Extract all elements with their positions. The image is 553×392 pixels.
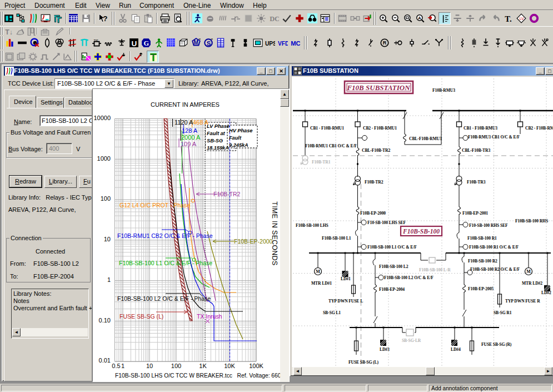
svg-text:128 A: 128 A bbox=[182, 127, 198, 134]
svg-text:CB1 - F10B-RMU1: CB1 - F10B-RMU1 bbox=[310, 126, 344, 131]
svg-text:DC: DC bbox=[270, 15, 279, 23]
svg-text:LD#4: LD#4 bbox=[451, 347, 461, 352]
svg-text:T↓: T↓ bbox=[5, 28, 13, 36]
svg-text:F10B-EP-2004: F10B-EP-2004 bbox=[379, 287, 405, 292]
svg-text:LV Phase: LV Phase bbox=[207, 123, 230, 129]
svg-text:F10B-SB-100 L2 O/C & E/F - Pha: F10B-SB-100 L2 O/C & E/F - Phase bbox=[117, 295, 211, 302]
svg-text:FUSE SB-SG (R): FUSE SB-SG (R) bbox=[481, 342, 512, 347]
svg-text:0.5: 0.5 bbox=[112, 363, 120, 369]
svg-text:F10-SB-100 LHS SEF: F10-SB-100 LHS SEF bbox=[367, 220, 406, 225]
svg-text:2000 A: 2000 A bbox=[181, 134, 201, 141]
svg-text:F10B-SB-100 L1 O/C & E/F: F10B-SB-100 L1 O/C & E/F bbox=[367, 245, 417, 250]
svg-text:F10B-RMU1 CB2 O/C & E/F - Phas: F10B-RMU1 CB2 O/C & E/F - Phase bbox=[117, 232, 213, 239]
svg-text:Fault: Fault bbox=[229, 135, 242, 141]
svg-text:F10B-EP-2000: F10B-EP-2000 bbox=[234, 238, 273, 245]
svg-text:TIME IN SECONDS: TIME IN SECONDS bbox=[271, 201, 278, 265]
svg-text:F10B-SB-100 L2: F10B-SB-100 L2 bbox=[379, 264, 408, 269]
svg-text:F10B-EP-2001: F10B-EP-2001 bbox=[462, 211, 488, 216]
svg-text:MC: MC bbox=[291, 40, 300, 47]
svg-text:UPS: UPS bbox=[265, 41, 275, 47]
svg-text:CURRENT IN AMPERES: CURRENT IN AMPERES bbox=[151, 101, 220, 108]
svg-text:TYP DWN FUSE L: TYP DWN FUSE L bbox=[328, 299, 363, 304]
svg-text:1000: 1000 bbox=[97, 155, 111, 162]
svg-text:0.10: 0.10 bbox=[99, 317, 111, 324]
svg-text:1K: 1K bbox=[199, 363, 207, 369]
svg-text:M: M bbox=[193, 39, 198, 46]
svg-text:TX Inrush: TX Inrush bbox=[197, 313, 222, 320]
svg-text:100: 100 bbox=[101, 195, 111, 202]
svg-text:468 A: 468 A bbox=[193, 119, 209, 126]
svg-text:VFD: VFD bbox=[278, 41, 288, 47]
svg-text:10: 10 bbox=[146, 363, 153, 369]
svg-text:A: A bbox=[418, 16, 421, 21]
svg-text:1: 1 bbox=[121, 363, 124, 369]
svg-text:F10B-SB-100 R2 O/C & E/F: F10B-SB-100 R2 O/C & E/F bbox=[470, 267, 520, 272]
svg-text:10: 10 bbox=[104, 236, 111, 242]
svg-text:F10-SB-100 RHS SEF: F10-SB-100 RHS SEF bbox=[469, 223, 508, 228]
svg-text:U: U bbox=[132, 39, 137, 48]
svg-text:F10B-SB-100 L-R: F10B-SB-100 L-R bbox=[419, 267, 451, 272]
svg-text:?: ? bbox=[103, 14, 107, 23]
svg-text:LD#2: LD#2 bbox=[541, 290, 551, 295]
svg-text:LV: LV bbox=[520, 17, 524, 21]
svg-text:F10B SUBSTATION: F10B SUBSTATION bbox=[346, 83, 410, 92]
svg-text:T.: T. bbox=[505, 14, 512, 23]
svg-text:M: M bbox=[526, 269, 531, 274]
svg-text:TYP DWN FUSE R: TYP DWN FUSE R bbox=[505, 299, 540, 304]
svg-text:CBL-F10B-TR2: CBL-F10B-TR2 bbox=[362, 148, 390, 153]
svg-text:HV Phase: HV Phase bbox=[229, 128, 252, 133]
svg-text:M: M bbox=[316, 269, 320, 274]
svg-text:G: G bbox=[144, 39, 150, 47]
svg-text:MTR LD#2: MTR LD#2 bbox=[522, 281, 542, 286]
svg-text:MTR LD#1: MTR LD#1 bbox=[311, 281, 332, 286]
svg-text:F10B-SB-100: F10B-SB-100 bbox=[402, 228, 440, 235]
svg-text:F10B-EP-2000: F10B-EP-2000 bbox=[360, 211, 386, 216]
svg-text:9,245kA: 9,245kA bbox=[229, 142, 248, 148]
svg-text:100: 100 bbox=[171, 363, 181, 369]
svg-text:F10B-EP-2005: F10B-EP-2005 bbox=[468, 286, 494, 291]
svg-text:SB-SG L1: SB-SG L1 bbox=[323, 310, 341, 315]
svg-text:F10B-TR1: F10B-TR1 bbox=[312, 160, 331, 165]
svg-text:FUSE SB-SG (L): FUSE SB-SG (L) bbox=[348, 360, 378, 365]
svg-text:F10B-RMU3: F10B-RMU3 bbox=[432, 88, 455, 93]
svg-text:109 A: 109 A bbox=[181, 141, 197, 147]
svg-text:CB2 - F10B-RMU1: CB2 - F10B-RMU1 bbox=[363, 126, 397, 131]
svg-text:SB-SG R1: SB-SG R1 bbox=[494, 310, 512, 315]
svg-text:F10B-RMU3 CB1 O/C & E/F: F10B-RMU3 CB1 O/C & E/F bbox=[468, 135, 520, 140]
svg-text:18.159kA: 18.159kA bbox=[207, 145, 229, 151]
svg-text:SB-SG: SB-SG bbox=[207, 138, 223, 143]
svg-text:F10B-TR3: F10B-TR3 bbox=[467, 180, 486, 185]
svg-text:0.01: 0.01 bbox=[99, 357, 111, 364]
svg-text:100K: 100K bbox=[249, 363, 263, 369]
svg-text:G12 L4 O/C PROT - Phase: G12 L4 O/C PROT - Phase bbox=[119, 202, 190, 209]
svg-text:F10B-SB-100 RHS: F10B-SB-100 RHS bbox=[515, 219, 548, 224]
svg-text:CBL-F10B-RMU3: CBL-F10B-RMU3 bbox=[409, 136, 442, 141]
svg-text:FUSE SB-SG (L): FUSE SB-SG (L) bbox=[119, 313, 163, 320]
svg-text:S: S bbox=[206, 40, 211, 47]
svg-text:F10B-SB-100 LHS: F10B-SB-100 LHS bbox=[296, 223, 328, 228]
svg-text:Fault at: Fault at bbox=[207, 131, 226, 136]
svg-text:LD#3: LD#3 bbox=[380, 347, 390, 352]
svg-text:1120 A: 1120 A bbox=[175, 119, 193, 126]
svg-text:10K: 10K bbox=[224, 363, 235, 369]
svg-text:F10B-SB-100 L1 O/C & E/F - Pha: F10B-SB-100 L1 O/C & E/F - Phase bbox=[119, 260, 212, 266]
svg-text:F10B-RMU1 CB1 O/C & E/F: F10B-RMU1 CB1 O/C & E/F bbox=[305, 143, 357, 148]
svg-text:CB2 - F10B-RM: CB2 - F10B-RM bbox=[525, 126, 553, 131]
svg-text:F10B-TR2: F10B-TR2 bbox=[365, 180, 383, 185]
svg-text:LD#1: LD#1 bbox=[341, 276, 351, 281]
svg-text:10000: 10000 bbox=[93, 115, 111, 121]
svg-text:SB-SG-LR: SB-SG-LR bbox=[402, 338, 421, 343]
svg-text:F10B-SB-100 R2: F10B-SB-100 R2 bbox=[468, 259, 497, 264]
svg-text:F10B-SB-100 L1: F10B-SB-100 L1 bbox=[322, 236, 351, 241]
svg-text:F10B-SB-100 R1: F10B-SB-100 R1 bbox=[467, 236, 497, 241]
svg-text:F10B-SB-100 LHS O/C TCC W BREA: F10B-SB-100 LHS O/C TCC W BREAKER.tcc Re… bbox=[115, 373, 280, 379]
svg-text:F10B-SB-100 L2 O/C & E/F: F10B-SB-100 L2 O/C & E/F bbox=[384, 275, 434, 280]
svg-text:F10B-SB-100 R1 O/C & E/F: F10B-SB-100 R1 O/C & E/F bbox=[469, 245, 519, 250]
svg-text:CB1 - F10B-RMU3: CB1 - F10B-RMU3 bbox=[464, 126, 497, 131]
svg-text:CBL-F10B-TR3: CBL-F10B-TR3 bbox=[462, 148, 490, 153]
svg-text:1: 1 bbox=[107, 276, 111, 283]
svg-text:R: R bbox=[382, 40, 386, 46]
